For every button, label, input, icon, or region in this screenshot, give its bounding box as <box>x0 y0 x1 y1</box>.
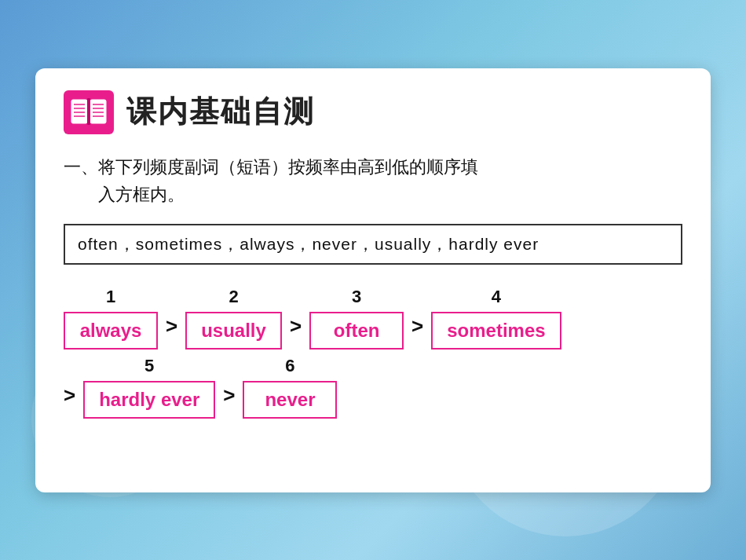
gt-2: > <box>290 314 302 339</box>
sequence-row1: 1 always > 2 usually > 3 often > 4 somet… <box>64 287 682 350</box>
main-card: 课内基础自测 一、将下列频度副词（短语）按频率由高到低的顺序填 入方框内。 of… <box>35 68 711 492</box>
header: 课内基础自测 <box>64 90 682 134</box>
gt-5: > <box>223 383 235 408</box>
book-icon <box>64 90 114 134</box>
item-group-6: 6 never <box>243 356 337 419</box>
item-num-3: 3 <box>352 287 361 307</box>
word-item-1: always <box>64 312 158 350</box>
word-item-6: never <box>243 381 337 419</box>
item-group-2: 2 usually <box>185 287 282 350</box>
item-num-5: 5 <box>144 356 154 376</box>
page-title: 课内基础自测 <box>126 92 315 132</box>
word-item-4: sometimes <box>431 312 561 350</box>
instruction-line1: 一、将下列频度副词（短语）按频率由高到低的顺序填 <box>64 153 682 181</box>
svg-rect-1 <box>90 100 106 123</box>
item-group-3: 3 often <box>309 287 404 350</box>
gt-4: > <box>64 383 75 408</box>
instruction-line2: 入方框内。 <box>98 181 682 208</box>
word-item-3: often <box>309 312 404 350</box>
gt-1: > <box>166 314 177 339</box>
sequence-row2: > 5 hardly ever > 6 never <box>64 356 682 419</box>
item-num-4: 4 <box>492 287 501 307</box>
gt-3: > <box>411 314 423 339</box>
item-group-4: 4 sometimes <box>431 287 561 350</box>
word-bank: often，sometimes，always，never，usually，har… <box>64 224 682 265</box>
item-num-6: 6 <box>285 356 294 376</box>
instruction-text: 一、将下列频度副词（短语）按频率由高到低的顺序填 入方框内。 <box>64 153 682 208</box>
item-num-2: 2 <box>229 287 238 307</box>
item-group-1: 1 always <box>64 287 158 350</box>
item-num-1: 1 <box>106 287 115 307</box>
word-item-5: hardly ever <box>83 381 215 419</box>
word-item-2: usually <box>185 312 282 350</box>
svg-rect-2 <box>87 98 90 125</box>
svg-rect-0 <box>71 100 87 123</box>
item-group-5: 5 hardly ever <box>83 356 215 419</box>
